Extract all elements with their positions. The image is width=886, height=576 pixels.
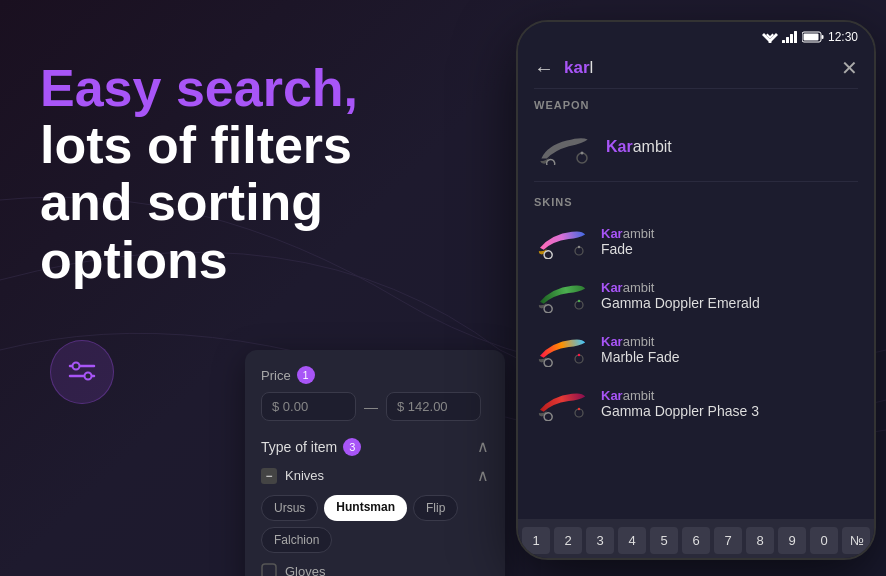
weapon-name: Karambit xyxy=(606,138,672,156)
weapon-thumb xyxy=(534,127,594,167)
gloves-label: Gloves xyxy=(285,564,325,577)
key-8[interactable]: 8 xyxy=(746,527,774,554)
knives-row: − Knives ∧ xyxy=(261,466,489,485)
svg-rect-9 xyxy=(786,37,789,43)
karambit-marble-fade-image xyxy=(534,332,589,367)
phone-status-bar: 12:30 xyxy=(518,22,874,48)
type-label: Type of item 3 xyxy=(261,438,361,456)
search-highlight: kar xyxy=(564,58,590,77)
phone-mockup: 12:30 ← karl ✕ WEAPON xyxy=(516,20,876,560)
chip-falchion[interactable]: Falchion xyxy=(261,527,332,553)
skin-ambit4: ambit xyxy=(623,388,655,403)
skin-name-top-gamma: Karambit xyxy=(601,280,760,295)
price-max-input[interactable] xyxy=(386,392,481,421)
chip-huntsman[interactable]: Huntsman xyxy=(324,495,407,521)
search-clear-button[interactable]: ✕ xyxy=(841,56,858,80)
svg-point-1 xyxy=(73,363,80,370)
key-1[interactable]: 1 xyxy=(522,527,550,554)
svg-point-26 xyxy=(578,353,580,355)
skin-thumb-fade xyxy=(534,222,589,260)
checkbox-icon xyxy=(261,563,277,576)
knives-minus-icon[interactable]: − xyxy=(261,468,277,484)
phone-search-bar: ← karl ✕ xyxy=(518,48,874,88)
type-header: Type of item 3 ∧ xyxy=(261,437,489,456)
filter-sliders-icon xyxy=(66,356,98,388)
karambit-gamma-doppler-image xyxy=(534,278,589,313)
karambit-weapon-image xyxy=(534,130,594,165)
key-3[interactable]: 3 xyxy=(586,527,614,554)
skin-ambit: ambit xyxy=(623,226,655,241)
skin-name-top-phase3: Karambit xyxy=(601,388,759,403)
key-4[interactable]: 4 xyxy=(618,527,646,554)
back-button[interactable]: ← xyxy=(534,57,554,80)
knives-label-text: Knives xyxy=(285,468,324,483)
filter-panel: Price 1 — Type of item 3 ∧ − Knives ∧ Ur… xyxy=(245,350,505,576)
svg-point-23 xyxy=(578,299,580,301)
skin-ambit2: ambit xyxy=(623,280,655,295)
key-num[interactable]: № xyxy=(842,527,870,554)
phone-keyboard: 1 2 3 4 5 6 7 8 9 0 № xyxy=(518,519,874,558)
price-section-title: Price 1 xyxy=(261,366,489,384)
weapon-ambit: ambit xyxy=(633,138,672,155)
karambit-gamma-phase3-image xyxy=(534,386,589,421)
headline-highlight: Easy search, xyxy=(40,59,358,117)
skin-item-marble-fade[interactable]: Karambit Marble Fade xyxy=(518,322,874,376)
headline-section: Easy search, lots of filters and sorting… xyxy=(40,60,440,289)
skin-skin-gamma: Gamma Doppler Emerald xyxy=(601,295,760,311)
type-chevron-icon[interactable]: ∧ xyxy=(477,437,489,456)
headline-line4: options xyxy=(40,231,228,289)
skin-skin-marble: Marble Fade xyxy=(601,349,680,365)
chip-flip[interactable]: Flip xyxy=(413,495,458,521)
svg-point-3 xyxy=(85,373,92,380)
skin-item-gamma-doppler[interactable]: Karambit Gamma Doppler Emerald xyxy=(518,268,874,322)
headline-line2: lots of filters xyxy=(40,116,352,174)
skin-ambit3: ambit xyxy=(623,334,655,349)
signal-icon xyxy=(782,31,798,43)
knives-label: − Knives xyxy=(261,468,324,484)
filter-icon-circle[interactable] xyxy=(50,340,114,404)
skin-info-gamma-doppler: Karambit Gamma Doppler Emerald xyxy=(601,280,760,311)
key-2[interactable]: 2 xyxy=(554,527,582,554)
battery-icon xyxy=(802,31,824,43)
skins-section-label: SKINS xyxy=(518,186,874,214)
svg-point-29 xyxy=(578,407,580,409)
wifi-icon xyxy=(762,31,778,43)
svg-rect-11 xyxy=(794,31,797,43)
key-7[interactable]: 7 xyxy=(714,527,742,554)
search-query: karl xyxy=(564,58,831,78)
skin-item-fade[interactable]: Karambit Fade xyxy=(518,214,874,268)
status-icons: 12:30 xyxy=(762,30,858,44)
svg-point-28 xyxy=(575,409,583,417)
search-rest: l xyxy=(590,58,594,77)
skin-kar-highlight4: Kar xyxy=(601,388,623,403)
weapon-item-karambit[interactable]: Karambit xyxy=(518,117,874,177)
headline-line3: and sorting xyxy=(40,173,323,231)
svg-point-25 xyxy=(575,355,583,363)
weapon-section-label: WEAPON xyxy=(518,89,874,117)
type-badge: 3 xyxy=(343,438,361,456)
skin-name-top-fade: Karambit xyxy=(601,226,654,241)
svg-rect-4 xyxy=(262,564,276,576)
skin-kar-highlight: Kar xyxy=(601,226,623,241)
key-5[interactable]: 5 xyxy=(650,527,678,554)
skin-item-gamma-phase3[interactable]: Karambit Gamma Doppler Phase 3 xyxy=(518,376,874,430)
skin-info-gamma-phase3: Karambit Gamma Doppler Phase 3 xyxy=(601,388,759,419)
karambit-fade-image xyxy=(534,224,589,259)
chip-ursus[interactable]: Ursus xyxy=(261,495,318,521)
price-badge: 1 xyxy=(297,366,315,384)
phone-time: 12:30 xyxy=(828,30,858,44)
skin-skin-fade: Fade xyxy=(601,241,654,257)
key-0[interactable]: 0 xyxy=(810,527,838,554)
price-dash: — xyxy=(364,399,378,415)
svg-rect-14 xyxy=(821,35,823,39)
skin-name-top-marble: Karambit xyxy=(601,334,680,349)
key-9[interactable]: 9 xyxy=(778,527,806,554)
skin-kar-highlight2: Kar xyxy=(601,280,623,295)
price-min-input[interactable] xyxy=(261,392,356,421)
svg-point-22 xyxy=(575,301,583,309)
knives-chevron-icon[interactable]: ∧ xyxy=(477,466,489,485)
headline-text: Easy search, lots of filters and sorting… xyxy=(40,60,440,289)
price-label: Price xyxy=(261,368,291,383)
type-label-text: Type of item xyxy=(261,439,337,455)
key-6[interactable]: 6 xyxy=(682,527,710,554)
